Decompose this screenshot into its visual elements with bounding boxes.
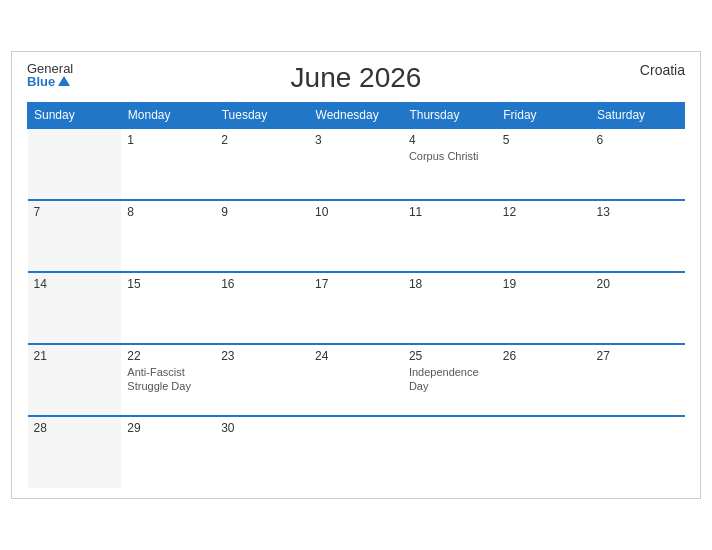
logo: General Blue (27, 62, 73, 88)
calendar-day-cell: 2 (215, 128, 309, 200)
day-number: 6 (597, 133, 679, 147)
day-number: 14 (34, 277, 116, 291)
day-number: 2 (221, 133, 303, 147)
calendar-day-cell: 20 (591, 272, 685, 344)
day-number: 25 (409, 349, 491, 363)
calendar-day-cell: 28 (28, 416, 122, 488)
calendar-day-cell: 19 (497, 272, 591, 344)
calendar-week-row: 1234Corpus Christi56 (28, 128, 685, 200)
logo-triangle-icon (58, 76, 70, 86)
calendar-day-cell: 9 (215, 200, 309, 272)
day-number: 12 (503, 205, 585, 219)
calendar-day-cell (591, 416, 685, 488)
day-number: 22 (127, 349, 209, 363)
day-number: 5 (503, 133, 585, 147)
day-number: 20 (597, 277, 679, 291)
calendar-container: General Blue June 2026 Croatia Sunday Mo… (11, 51, 701, 499)
calendar-day-cell: 26 (497, 344, 591, 416)
calendar-day-cell: 27 (591, 344, 685, 416)
day-number: 30 (221, 421, 303, 435)
day-number: 28 (34, 421, 116, 435)
header-thursday: Thursday (403, 103, 497, 129)
calendar-week-row: 282930 (28, 416, 685, 488)
calendar-day-cell: 8 (121, 200, 215, 272)
day-number: 3 (315, 133, 397, 147)
calendar-day-cell: 10 (309, 200, 403, 272)
day-number: 16 (221, 277, 303, 291)
calendar-table: Sunday Monday Tuesday Wednesday Thursday… (27, 102, 685, 488)
day-number: 13 (597, 205, 679, 219)
calendar-day-cell: 7 (28, 200, 122, 272)
calendar-title: June 2026 (291, 62, 422, 94)
day-number: 9 (221, 205, 303, 219)
header-sunday: Sunday (28, 103, 122, 129)
header-monday: Monday (121, 103, 215, 129)
calendar-body: 1234Corpus Christi5678910111213141516171… (28, 128, 685, 488)
day-number: 26 (503, 349, 585, 363)
calendar-day-cell (403, 416, 497, 488)
calendar-header: General Blue June 2026 Croatia (27, 62, 685, 94)
header-tuesday: Tuesday (215, 103, 309, 129)
day-number: 24 (315, 349, 397, 363)
day-number: 17 (315, 277, 397, 291)
calendar-day-cell: 17 (309, 272, 403, 344)
day-number: 11 (409, 205, 491, 219)
calendar-day-cell: 22Anti-Fascist Struggle Day (121, 344, 215, 416)
header-friday: Friday (497, 103, 591, 129)
day-number: 7 (34, 205, 116, 219)
calendar-day-cell: 6 (591, 128, 685, 200)
day-number: 27 (597, 349, 679, 363)
day-number: 23 (221, 349, 303, 363)
calendar-day-cell: 12 (497, 200, 591, 272)
calendar-day-cell: 29 (121, 416, 215, 488)
calendar-day-cell: 25Independence Day (403, 344, 497, 416)
calendar-day-cell: 5 (497, 128, 591, 200)
day-number: 18 (409, 277, 491, 291)
header-saturday: Saturday (591, 103, 685, 129)
day-number: 10 (315, 205, 397, 219)
calendar-week-row: 2122Anti-Fascist Struggle Day232425Indep… (28, 344, 685, 416)
calendar-day-cell: 24 (309, 344, 403, 416)
holiday-name: Corpus Christi (409, 149, 491, 163)
calendar-day-cell: 13 (591, 200, 685, 272)
day-number: 8 (127, 205, 209, 219)
calendar-week-row: 14151617181920 (28, 272, 685, 344)
calendar-day-cell (497, 416, 591, 488)
calendar-week-row: 78910111213 (28, 200, 685, 272)
calendar-day-cell: 23 (215, 344, 309, 416)
calendar-day-cell: 21 (28, 344, 122, 416)
calendar-day-cell: 18 (403, 272, 497, 344)
calendar-day-cell: 16 (215, 272, 309, 344)
header-wednesday: Wednesday (309, 103, 403, 129)
holiday-name: Independence Day (409, 365, 491, 394)
calendar-day-cell: 11 (403, 200, 497, 272)
calendar-day-cell: 15 (121, 272, 215, 344)
day-number: 15 (127, 277, 209, 291)
weekday-header-row: Sunday Monday Tuesday Wednesday Thursday… (28, 103, 685, 129)
calendar-day-cell: 3 (309, 128, 403, 200)
holiday-name: Anti-Fascist Struggle Day (127, 365, 209, 394)
calendar-day-cell: 30 (215, 416, 309, 488)
day-number: 19 (503, 277, 585, 291)
calendar-day-cell (28, 128, 122, 200)
day-number: 21 (34, 349, 116, 363)
country-label: Croatia (640, 62, 685, 78)
calendar-day-cell: 4Corpus Christi (403, 128, 497, 200)
logo-blue-text: Blue (27, 75, 73, 88)
calendar-header-row: Sunday Monday Tuesday Wednesday Thursday… (28, 103, 685, 129)
day-number: 4 (409, 133, 491, 147)
calendar-day-cell: 1 (121, 128, 215, 200)
calendar-day-cell (309, 416, 403, 488)
day-number: 1 (127, 133, 209, 147)
calendar-day-cell: 14 (28, 272, 122, 344)
day-number: 29 (127, 421, 209, 435)
